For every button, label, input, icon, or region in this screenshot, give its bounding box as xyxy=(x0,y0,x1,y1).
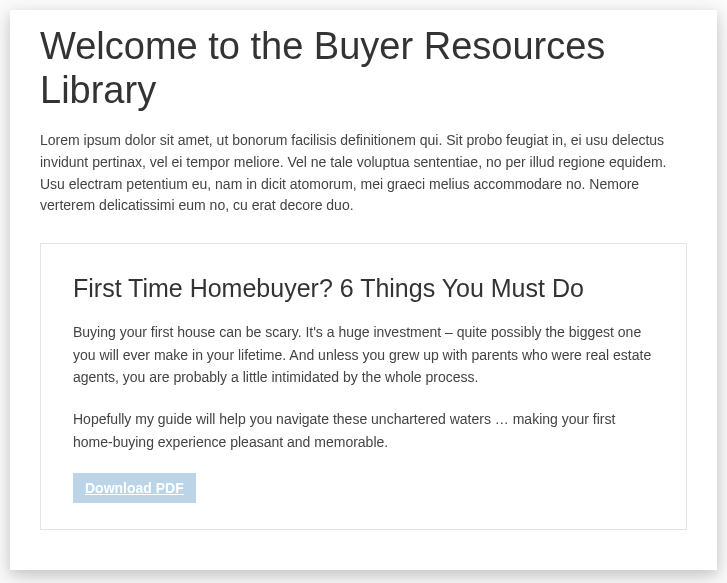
card-paragraph-2: Hopefully my guide will help you navigat… xyxy=(73,408,654,453)
intro-paragraph: Lorem ipsum dolor sit amet, ut bonorum f… xyxy=(40,130,687,217)
page-title: Welcome to the Buyer Resources Library xyxy=(40,25,687,112)
card-paragraph-1: Buying your first house can be scary. It… xyxy=(73,321,654,388)
resource-card: First Time Homebuyer? 6 Things You Must … xyxy=(40,243,687,530)
card-title: First Time Homebuyer? 6 Things You Must … xyxy=(73,274,654,303)
download-pdf-button[interactable]: Download PDF xyxy=(73,473,196,503)
page-container: Welcome to the Buyer Resources Library L… xyxy=(10,10,717,570)
